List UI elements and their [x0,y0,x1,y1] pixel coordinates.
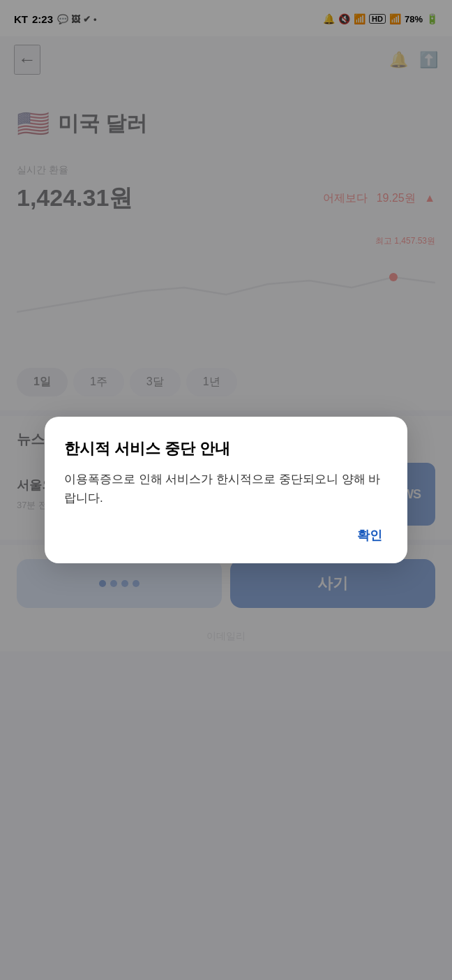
modal-footer: 확인 [64,524,388,547]
modal-title: 한시적 서비스 중단 안내 [64,439,388,459]
modal-dialog: 한시적 서비스 중단 안내 이용폭증으로 인해 서비스가 한시적으로 중단되오니… [45,417,407,564]
modal-body: 이용폭증으로 인해 서비스가 한시적으로 중단되오니 양해 바랍니다. [64,470,388,507]
modal-confirm-button[interactable]: 확인 [352,524,388,547]
modal-overlay: 한시적 서비스 중단 안내 이용폭증으로 인해 서비스가 한시적으로 중단되오니… [0,0,452,980]
